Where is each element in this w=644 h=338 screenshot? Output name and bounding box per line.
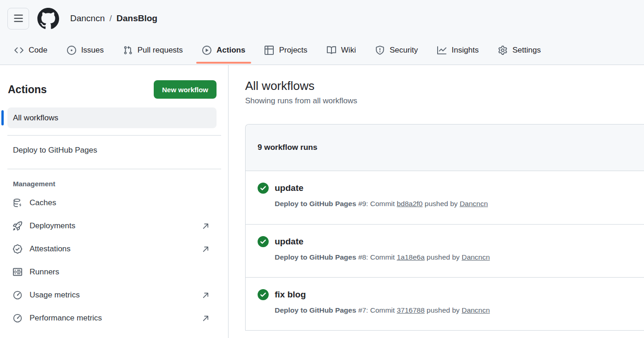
rocket-icon [13,221,22,231]
graph-icon [437,46,446,55]
tab-label: Wiki [341,46,356,55]
hamburger-button[interactable] [7,8,29,30]
workflow-run-row[interactable]: update Deploy to GitHub Pages #8: Commit… [246,224,644,277]
external-link-icon [202,314,210,322]
actor-link[interactable]: Dancncn [462,306,490,314]
new-workflow-button[interactable]: New workflow [154,80,217,99]
tab-settings[interactable]: Settings [492,36,547,65]
run-title-link[interactable]: fix blog [275,289,306,300]
verified-icon [13,244,22,254]
tab-actions[interactable]: Actions [196,36,251,65]
tab-label: Pull requests [138,46,183,55]
tab-label: Insights [451,46,479,55]
tab-label: Issues [81,46,104,55]
run-info: #9: Commit [358,200,395,208]
actions-sidebar: Actions New workflow All workflows Deplo… [0,65,229,338]
gear-icon [498,46,507,55]
sidebar-item-runners[interactable]: Runners [7,261,217,284]
sidebar-item-label: Deployments [30,221,194,231]
sidebar-divider [7,169,221,169]
sidebar-item-label: Caches [30,198,211,208]
pushed-by-text: pushed by [425,200,458,208]
tab-label: Settings [512,46,541,55]
meter-icon [13,291,22,300]
commit-link[interactable]: 1a18e6a [397,253,424,261]
breadcrumb-separator: / [109,13,112,24]
run-body: update Deploy to GitHub Pages #9: Commit… [275,183,488,224]
page-subtitle: Showing runs from all workflows [245,96,644,106]
run-meta: Deploy to GitHub Pages #8: Commit 1a18e6… [275,253,490,262]
actor-link[interactable]: Dancncn [460,200,488,208]
github-logo-icon[interactable] [37,8,59,30]
table-icon [265,46,274,55]
workflow-runs-card: 9 workflow runs update Deploy to GitHub … [245,124,644,331]
sidebar-item-deployments[interactable]: Deployments [7,214,217,237]
sidebar-item-caches[interactable]: Caches [7,191,217,214]
sidebar-item-label: Runners [30,267,211,277]
server-icon [13,267,22,277]
tab-label: Code [29,46,48,55]
commit-link[interactable]: bd8a2f0 [397,200,422,208]
run-info: #7: Commit [358,306,395,314]
page-content: Actions New workflow All workflows Deplo… [0,65,644,338]
success-check-icon [258,236,269,277]
issue-opened-icon [67,46,76,55]
sidebar-divider [7,135,221,136]
run-workflow-name: Deploy to GitHub Pages [275,253,356,261]
sidebar-item-performance-metrics[interactable]: Performance metrics [7,307,217,330]
repo-nav-tabs: Code Issues Pull requests Actions Projec… [0,36,644,65]
run-info: #8: Commit [358,253,395,261]
three-bars-icon [13,13,24,24]
breadcrumb-repo-link[interactable]: DansBlog [116,13,157,24]
breadcrumb: Dancncn / DansBlog [70,13,157,24]
sidebar-item-label: Performance metrics [30,314,194,323]
run-workflow-name: Deploy to GitHub Pages [275,306,356,314]
page-title: All workflows [245,79,644,93]
run-meta: Deploy to GitHub Pages #7: Commit 371678… [275,306,490,315]
sidebar-item-label: Attestations [30,244,194,254]
sidebar-item-label: Usage metrics [30,291,194,300]
workflow-run-row[interactable]: update Deploy to GitHub Pages #9: Commit… [246,171,644,224]
workflows-main: All workflows Showing runs from all work… [229,65,644,338]
repo-header: Dancncn / DansBlog Code Issues Pull requ… [0,0,644,65]
book-icon [327,46,336,55]
breadcrumb-owner-link[interactable]: Dancncn [70,13,105,24]
run-body: fix blog Deploy to GitHub Pages #7: Comm… [275,289,490,330]
sidebar-item-label: All workflows [13,113,58,123]
sidebar-item-deploy-to-github-pages[interactable]: Deploy to GitHub Pages [7,139,217,162]
sidebar-item-attestations[interactable]: Attestations [7,237,217,261]
runs-card-header: 9 workflow runs [246,125,644,171]
run-title-link[interactable]: update [275,236,303,247]
external-link-icon [202,245,210,253]
play-icon [202,46,211,55]
global-bar: Dancncn / DansBlog [0,0,644,30]
run-meta: Deploy to GitHub Pages #9: Commit bd8a2f… [275,199,488,208]
run-title-link[interactable]: update [275,183,303,194]
tab-insights[interactable]: Insights [431,36,485,65]
run-body: update Deploy to GitHub Pages #8: Commit… [275,236,490,277]
commit-link[interactable]: 3716788 [397,306,424,314]
run-workflow-name: Deploy to GitHub Pages [275,200,356,208]
management-section-header: Management [13,180,217,188]
tab-code[interactable]: Code [8,36,54,65]
runs-count: 9 workflow runs [258,143,317,152]
tab-security[interactable]: Security [369,36,424,65]
tab-wiki[interactable]: Wiki [321,36,362,65]
success-check-icon [258,183,269,224]
tab-label: Security [390,46,418,55]
external-link-icon [202,291,210,299]
tab-issues[interactable]: Issues [61,36,110,65]
sidebar-item-label: Deploy to GitHub Pages [13,146,97,155]
success-check-icon [258,289,269,330]
actor-link[interactable]: Dancncn [462,253,490,261]
meter-icon [13,314,22,323]
sidebar-item-all-workflows[interactable]: All workflows [7,107,217,128]
tab-pull-requests[interactable]: Pull requests [117,36,189,65]
cache-icon [13,198,22,208]
sidebar-item-usage-metrics[interactable]: Usage metrics [7,284,217,307]
tab-projects[interactable]: Projects [259,36,313,65]
pushed-by-text: pushed by [427,253,460,261]
tab-label: Actions [217,46,245,55]
workflow-run-row[interactable]: fix blog Deploy to GitHub Pages #7: Comm… [246,277,644,330]
tab-label: Projects [279,46,307,55]
